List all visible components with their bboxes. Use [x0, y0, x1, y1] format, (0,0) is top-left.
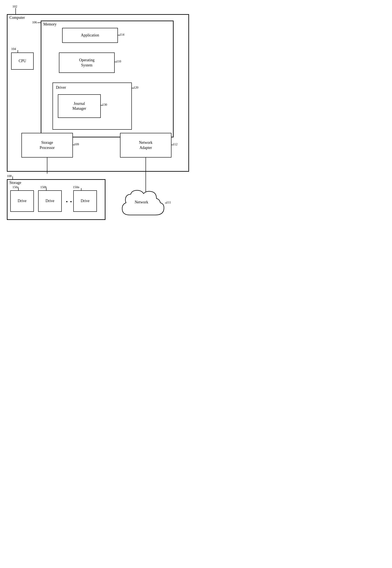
cpu-box: CPU: [11, 53, 34, 70]
application-box: Application: [62, 28, 118, 43]
ref-150a: 150a: [13, 185, 19, 189]
ref-112: 112: [173, 142, 178, 146]
connector-130: [101, 105, 103, 105]
connector-120: [132, 88, 134, 88]
ref-120: 120: [134, 86, 139, 89]
drive-label-2: Drive: [46, 198, 55, 203]
application-label: Application: [81, 33, 99, 38]
journal-manager-label: JournalManager: [72, 101, 86, 111]
journal-manager-box: JournalManager: [58, 94, 101, 118]
storage-processor-box: StorageProcessor: [21, 133, 73, 158]
ref-109: 109: [74, 142, 79, 146]
connector-150b: [46, 188, 46, 190]
ref-108: 108: [7, 174, 12, 178]
memory-label: Memory: [43, 22, 56, 27]
ref-114: 114: [120, 33, 124, 36]
connector-111: [165, 203, 167, 203]
ref-150n: 150n: [73, 185, 79, 189]
connector-102: [15, 8, 16, 14]
connector-109: [73, 145, 75, 145]
storage-processor-label: StorageProcessor: [40, 140, 55, 150]
ref-150b: 150b: [40, 185, 47, 189]
ref-110: 110: [116, 60, 121, 63]
connector-114: [118, 35, 120, 35]
network-label: Network: [118, 200, 165, 205]
connector-112: [171, 145, 173, 145]
connector-na-down: [146, 158, 146, 193]
connector-150n: [81, 188, 82, 190]
connector-110: [115, 62, 117, 62]
ref-111: 111: [166, 201, 171, 204]
ref-102: 102: [13, 5, 17, 8]
ref-106: 106: [32, 21, 37, 24]
network-cloud: Network: [118, 188, 165, 222]
os-label: OperatingSystem: [79, 58, 95, 68]
diagram: 102 Computer Memory 106 Application 114 …: [4, 4, 193, 223]
network-adapter-box: NetworkAdapter: [120, 133, 171, 158]
drive-box-3: Drive: [73, 190, 97, 212]
os-box: OperatingSystem: [59, 53, 115, 73]
driver-label: Driver: [56, 85, 66, 90]
network-adapter-label: NetworkAdapter: [139, 140, 153, 150]
connector-106: [38, 23, 41, 23]
connector-104: [18, 50, 18, 53]
connector-150a: [18, 188, 19, 190]
ref-104: 104: [11, 47, 16, 51]
storage-label: Storage: [9, 180, 21, 185]
ref-130: 130: [102, 103, 107, 107]
drive-label-1: Drive: [18, 198, 27, 203]
computer-label: Computer: [9, 15, 25, 20]
drive-label-3: Drive: [81, 198, 90, 203]
connector-108: [13, 176, 13, 180]
drive-box-2: Drive: [38, 190, 62, 212]
connector-sp-down: [47, 158, 47, 174]
cpu-label: CPU: [19, 58, 26, 63]
drive-box-1: Drive: [10, 190, 34, 212]
